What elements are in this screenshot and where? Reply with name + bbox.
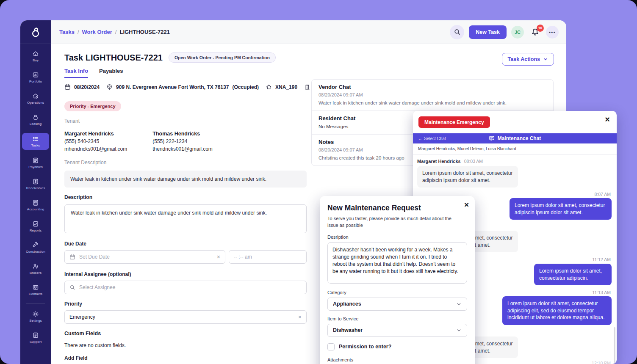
select-chat-back-link[interactable]: ← Select Chat bbox=[418, 133, 446, 143]
priority-input[interactable]: Emergency × bbox=[64, 310, 307, 324]
sidebar-item-reports[interactable]: Reports bbox=[22, 218, 49, 234]
task-date: 08/20/2024 bbox=[74, 84, 100, 90]
sidebar-item-contacts[interactable]: Contacts bbox=[22, 282, 49, 298]
sidebar-item-construction[interactable]: Construction bbox=[22, 240, 49, 256]
sidebar-item-support[interactable]: Support bbox=[22, 330, 49, 346]
task-form: Task LIGHTHOUSE-7221 Open Work Order - P… bbox=[64, 52, 307, 364]
close-icon[interactable]: × bbox=[464, 201, 469, 209]
chat-scrollbar[interactable] bbox=[614, 327, 615, 363]
due-date-label: Due Date bbox=[64, 241, 307, 247]
tenant-email: mhendricks001@gmail.com bbox=[64, 146, 127, 152]
sidebar-item-operations[interactable]: Operations bbox=[22, 91, 49, 107]
calculator-icon bbox=[32, 199, 39, 206]
more-menu-button[interactable]: ••• bbox=[546, 26, 559, 39]
chevron-down-icon bbox=[543, 57, 548, 62]
task-meta: 08/20/2024 909 N. Evergreen Avenue Fort … bbox=[64, 84, 307, 90]
screen: Buy Portfolio Operations Leasing Tasks bbox=[0, 0, 637, 364]
sidebar-item-label: Leasing bbox=[30, 122, 42, 126]
assignee-placeholder: Select Assignee bbox=[79, 284, 115, 290]
sidebar-item-portfolio[interactable]: Portfolio bbox=[22, 69, 49, 85]
tenant-phone: (555) 222-1234 bbox=[152, 138, 213, 144]
chat-title-bar: ← Select Chat Maintenance Chat bbox=[413, 133, 617, 143]
avatar[interactable]: JC bbox=[511, 26, 524, 39]
task-address: 909 N. Evergreen Avenue Fort Worth, TX 7… bbox=[116, 84, 229, 90]
chat-message-right: Lorem ipsum dolor sit amet, consectetur … bbox=[534, 264, 612, 285]
sidebar-item-buy[interactable]: Buy bbox=[22, 48, 49, 64]
sidebar-item-accounting[interactable]: Accounting bbox=[22, 197, 49, 213]
app-logo[interactable] bbox=[20, 20, 51, 44]
vendor-chat-preview: Water leak in kitchen under sink water d… bbox=[318, 100, 546, 105]
tab-task-info[interactable]: Task Info bbox=[64, 68, 88, 78]
message-sender: Margaret Hendricks bbox=[417, 159, 461, 164]
maintenance-emergency-button[interactable]: Maintenance Emergency bbox=[418, 116, 490, 128]
category-select[interactable]: Appliances bbox=[327, 298, 467, 311]
tenant-description-label: Tenant Description bbox=[64, 160, 307, 165]
dollar-card-icon bbox=[32, 178, 39, 185]
assignee-input[interactable]: Select Assignee bbox=[64, 281, 307, 294]
tab-payables[interactable]: Payables bbox=[99, 68, 123, 78]
chat-title: Maintenance Chat bbox=[498, 135, 541, 141]
sidebar-item-label: Reports bbox=[30, 229, 42, 232]
sidebar-item-settings[interactable]: Settings bbox=[22, 309, 49, 325]
add-field-label: Add Field bbox=[64, 355, 307, 361]
modal-description-textarea[interactable]: Dishwasher hasn’t been working for a wee… bbox=[327, 242, 467, 284]
vendor-chat-section[interactable]: Vendor Chat 08/20/2024 09:07 AM Water le… bbox=[312, 80, 553, 111]
book-icon bbox=[32, 332, 39, 339]
task-occupancy: (Occupied) bbox=[232, 84, 259, 90]
sidebar-item-receivables[interactable]: Receivables bbox=[22, 176, 49, 192]
sidebar-item-label: Contacts bbox=[29, 292, 42, 296]
document-icon bbox=[32, 157, 39, 164]
message-time: 11:13 AM bbox=[592, 290, 611, 295]
notifications-button[interactable]: 10 bbox=[529, 25, 541, 39]
clear-priority-icon[interactable]: × bbox=[298, 314, 302, 320]
modal-attachments-label: Attachments bbox=[327, 357, 467, 362]
due-date-input[interactable]: Set Due Date × bbox=[64, 250, 225, 264]
modal-subtitle: To serve you faster, please provide as m… bbox=[327, 215, 459, 229]
sidebar-nav: Buy Portfolio Operations Leasing Tasks bbox=[20, 44, 51, 346]
chevron-down-icon bbox=[456, 301, 462, 307]
modal-description-label: Desription bbox=[327, 234, 467, 240]
ellipsis-icon: ••• bbox=[549, 30, 556, 35]
new-maintenance-request-modal: × New Maintenance Request To serve you f… bbox=[320, 196, 475, 364]
notification-badge: 10 bbox=[537, 25, 544, 32]
sidebar-item-brokers[interactable]: Brokers bbox=[22, 261, 49, 277]
close-icon[interactable]: × bbox=[605, 115, 610, 124]
sidebar-item-label: Brokers bbox=[30, 271, 42, 275]
calendar-icon bbox=[64, 84, 71, 90]
sidebar-item-label: Operations bbox=[27, 101, 44, 105]
sidebar-item-leasing[interactable]: Leasing bbox=[22, 112, 49, 128]
clear-date-icon[interactable]: × bbox=[217, 254, 220, 260]
tenant-card: Margaret Hendricks (555) 540-2345 mhendr… bbox=[64, 131, 127, 152]
due-time-input[interactable]: -- :-- am bbox=[229, 250, 307, 264]
sidebar-item-tasks[interactable]: Tasks bbox=[22, 133, 49, 150]
item-to-service-value: Dishwasher bbox=[333, 327, 363, 333]
chat-header: Maintenance Emergency × bbox=[413, 111, 617, 133]
due-date-placeholder: Set Due Date bbox=[79, 254, 110, 260]
new-task-button[interactable]: New Task bbox=[469, 25, 507, 39]
permission-label: Permission to enter? bbox=[339, 344, 391, 350]
breadcrumb-tasks[interactable]: Tasks bbox=[59, 29, 75, 35]
topbar: Tasks / Work Order / LIGHTHOUSE-7221 New… bbox=[51, 20, 566, 44]
sidebar-item-payables[interactable]: Payables bbox=[22, 155, 49, 171]
building-icon bbox=[304, 84, 310, 90]
sidebar-item-label: Settings bbox=[29, 319, 42, 323]
chevron-down-icon bbox=[456, 328, 462, 333]
task-actions-button[interactable]: Task Actions bbox=[502, 53, 554, 66]
description-textarea[interactable]: Water leak in kitchen under sink water d… bbox=[64, 204, 307, 233]
sidebar-item-label: Support bbox=[30, 340, 42, 344]
breadcrumb-work-order[interactable]: Work Order bbox=[82, 29, 112, 35]
home-icon bbox=[266, 84, 272, 90]
chat-message-right: Lorem ipsum dolor sit amet, consectetur … bbox=[502, 296, 612, 325]
search-button[interactable] bbox=[450, 25, 464, 39]
category-label: Category bbox=[327, 290, 467, 295]
tenant-description-box: Water leak in kitchen under sink water d… bbox=[64, 171, 307, 188]
id-card-icon bbox=[32, 284, 39, 291]
permission-checkbox[interactable] bbox=[327, 343, 335, 350]
sidebar-item-label: Payables bbox=[28, 165, 43, 169]
sidebar-item-label: Buy bbox=[33, 58, 39, 62]
item-to-service-select[interactable]: Dishwasher bbox=[327, 324, 467, 337]
chat-participants: Margaret Hendricks, Muriel Deleon, Luisa… bbox=[413, 143, 617, 154]
tenant-name: Thomas Hendricks bbox=[152, 131, 213, 137]
back-arrow-icon: ← bbox=[418, 136, 422, 141]
due-time-placeholder: -- :-- am bbox=[234, 254, 252, 260]
